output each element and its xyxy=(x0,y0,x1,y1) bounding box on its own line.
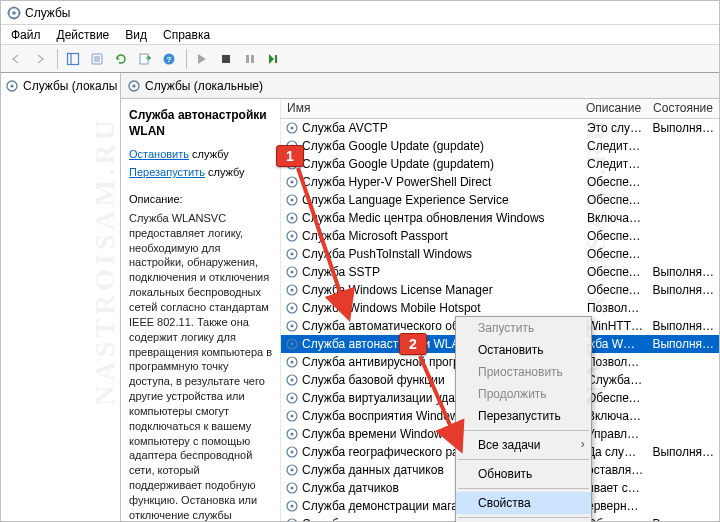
service-name: Служба Google Update (gupdate) xyxy=(302,137,484,155)
toolbar-separator xyxy=(57,49,58,69)
service-state: Выполняется xyxy=(648,281,719,299)
service-row[interactable]: Служба Windows License ManagerОбеспечи…В… xyxy=(281,281,719,299)
context-menu-item[interactable]: Остановить xyxy=(456,339,591,361)
list-header: Имя Описание Состояние xyxy=(281,99,719,119)
service-desc: Позволяет… xyxy=(583,299,648,317)
gear-icon xyxy=(7,6,21,20)
gear-icon xyxy=(285,481,299,495)
gear-icon xyxy=(285,247,299,261)
service-state: Выполняется xyxy=(648,443,719,461)
svg-text:?: ? xyxy=(167,55,172,64)
service-desc: Обеспечи… xyxy=(583,245,648,263)
menu-separator xyxy=(458,430,589,431)
service-name: Служба AVCTP xyxy=(302,119,388,137)
show-hide-console-tree-button[interactable] xyxy=(62,48,84,70)
service-desc: Управляет… xyxy=(583,425,648,443)
svg-rect-18 xyxy=(275,55,277,63)
service-row[interactable]: Служба Google Update (gupdate)Следите за… xyxy=(281,137,719,155)
services-window: Службы Файл Действие Вид Справка ? Служб… xyxy=(0,0,720,522)
service-state xyxy=(648,353,719,371)
service-desc: ивает се… xyxy=(583,479,648,497)
service-name: Служба Language Experience Service xyxy=(302,191,509,209)
help-button[interactable]: ? xyxy=(158,48,180,70)
service-state: Выполняется xyxy=(648,335,719,353)
service-state xyxy=(648,155,719,173)
gear-icon xyxy=(285,499,299,513)
context-menu-item[interactable]: Все задачи xyxy=(456,434,591,456)
forward-button[interactable] xyxy=(29,48,51,70)
description-label: Описание: xyxy=(129,192,274,207)
svg-point-20 xyxy=(10,84,13,87)
description-text: Служба WLANSVC предоставляет логику, нео… xyxy=(129,211,274,521)
context-menu-item: Продолжить xyxy=(456,383,591,405)
toolbar-separator xyxy=(186,49,187,69)
service-desc: Обеспечи… xyxy=(583,263,648,281)
context-menu-item[interactable]: Обновить xyxy=(456,463,591,485)
service-row[interactable]: Служба AVCTPЭто служб…Выполняется xyxy=(281,119,719,137)
service-row[interactable]: Служба Microsoft PassportОбеспечи… xyxy=(281,227,719,245)
svg-point-60 xyxy=(291,451,294,454)
svg-point-1 xyxy=(12,11,16,15)
start-service-button[interactable] xyxy=(191,48,213,70)
restart-link[interactable]: Перезапустить xyxy=(129,166,205,178)
service-row[interactable]: Служба Language Experience ServiceОбеспе… xyxy=(281,191,719,209)
service-row[interactable]: Служба Google Update (gupdatem)Следите з… xyxy=(281,155,719,173)
menu-file[interactable]: Файл xyxy=(3,25,49,44)
properties-button[interactable] xyxy=(86,48,108,70)
service-state xyxy=(648,497,719,515)
tree-root-label[interactable]: Службы (локалы xyxy=(23,79,117,93)
stop-link[interactable]: Остановить xyxy=(129,148,189,160)
service-state xyxy=(648,371,719,389)
service-row[interactable]: Служба Medic центра обновления WindowsВк… xyxy=(281,209,719,227)
service-state: Выполняется xyxy=(648,515,719,521)
annotation-badge-1: 1 xyxy=(276,145,304,167)
back-button[interactable] xyxy=(5,48,27,70)
export-list-button[interactable] xyxy=(134,48,156,70)
gear-icon xyxy=(285,283,299,297)
menu-help[interactable]: Справка xyxy=(155,25,218,44)
column-name[interactable]: Имя xyxy=(281,99,580,118)
svg-rect-6 xyxy=(68,53,79,64)
pause-service-button[interactable] xyxy=(239,48,261,70)
service-row[interactable]: Служба Windows Mobile HotspotПозволяет… xyxy=(281,299,719,317)
svg-point-66 xyxy=(291,505,294,508)
svg-point-32 xyxy=(291,199,294,202)
menu-action[interactable]: Действие xyxy=(49,25,118,44)
service-desc: Обеспечи… xyxy=(583,173,648,191)
service-name: Служба Microsoft Passport xyxy=(302,227,448,245)
stop-service-button[interactable] xyxy=(215,48,237,70)
gear-icon xyxy=(285,265,299,279)
service-state xyxy=(648,407,719,425)
service-name: Служба Medic центра обновления Windows xyxy=(302,209,545,227)
service-name: Служба PushToInstall Windows xyxy=(302,245,472,263)
gear-icon xyxy=(5,79,19,93)
svg-point-50 xyxy=(291,361,294,364)
gear-icon xyxy=(285,409,299,423)
context-menu-item[interactable]: Перезапустить xyxy=(456,405,591,427)
menu-view[interactable]: Вид xyxy=(117,25,155,44)
service-row[interactable]: Служба SSTPОбеспечи…Выполняется xyxy=(281,263,719,281)
service-desc: ерверная… xyxy=(583,497,648,515)
refresh-button[interactable] xyxy=(110,48,132,70)
svg-point-42 xyxy=(291,289,294,292)
column-state[interactable]: Состояние xyxy=(647,99,719,118)
service-name: Служба базовой функции xyxy=(302,371,445,389)
context-menu[interactable]: ЗапуститьОстановитьПриостановитьПродолжи… xyxy=(455,316,592,522)
service-desc: Да служба… xyxy=(583,443,648,461)
console-tree[interactable]: Службы (локалы xyxy=(1,73,121,521)
restart-service-button[interactable] xyxy=(263,48,285,70)
service-name: Служба Windows License Manager xyxy=(302,281,493,299)
selected-service-title: Служба автонастройки WLAN xyxy=(129,107,274,139)
service-name: Служба времени Windows xyxy=(302,425,449,443)
service-row[interactable]: Служба Hyper-V PowerShell DirectОбеспечи… xyxy=(281,173,719,191)
service-desc: Обеспечи… xyxy=(583,515,648,521)
svg-rect-16 xyxy=(246,55,249,63)
svg-point-36 xyxy=(291,235,294,238)
service-row[interactable]: Служба PushToInstall WindowsОбеспечи… xyxy=(281,245,719,263)
gear-icon xyxy=(285,463,299,477)
context-menu-item[interactable]: Свойства xyxy=(456,492,591,514)
list-heading: Службы (локальные) xyxy=(121,73,719,99)
svg-point-48 xyxy=(291,343,294,346)
column-description[interactable]: Описание xyxy=(580,99,647,118)
service-desc: Следите за… xyxy=(583,137,648,155)
